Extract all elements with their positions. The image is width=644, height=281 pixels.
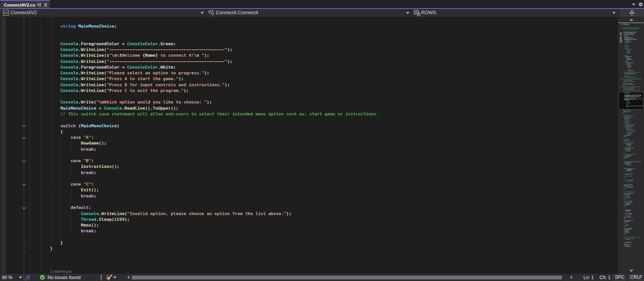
scroll-left-icon[interactable]: [127, 276, 130, 279]
code-line[interactable]: }: [30, 240, 379, 246]
code-line[interactable]: case "A":: [30, 135, 379, 140]
fold-chevron-icon[interactable]: [22, 136, 26, 140]
code-line[interactable]: [30, 117, 379, 123]
column-indicator[interactable]: Ch: 1: [600, 275, 611, 280]
minimap-row: [618, 169, 644, 169]
code-line[interactable]: MainMenuChoice = Console.ReadLine().ToUp…: [30, 105, 379, 111]
codelens-references[interactable]: 2 references: [50, 269, 72, 274]
code-line[interactable]: [30, 234, 379, 240]
zoom-control[interactable]: 90 %: [0, 274, 24, 281]
minimap-row: [618, 136, 644, 137]
code-editor[interactable]: string MainMenuChoice; Console.Foregroun…: [0, 17, 618, 274]
code-line[interactable]: {: [30, 129, 379, 135]
code-line[interactable]: break;: [30, 193, 379, 199]
minimap-row: [618, 42, 644, 43]
minimap-row: [618, 223, 644, 223]
minimap-row: [618, 218, 644, 219]
code-line[interactable]: [30, 152, 379, 158]
code-line[interactable]: break;: [30, 170, 379, 176]
code-line[interactable]: [30, 35, 379, 41]
outlining-margin-line: [24, 17, 24, 274]
close-tab-icon[interactable]: [43, 2, 48, 7]
code-line[interactable]: [30, 29, 379, 35]
insert-mode-indicator[interactable]: SPC: [613, 274, 626, 281]
code-line[interactable]: break;: [30, 228, 379, 234]
pin-icon[interactable]: [36, 2, 41, 7]
minimap-row: [618, 239, 644, 240]
minimap-row: [618, 59, 644, 60]
line-ending-indicator[interactable]: CRLF: [628, 274, 644, 281]
code-line[interactable]: Console.ForegroundColor = ConsoleColor.G…: [30, 41, 379, 47]
minimap-row: [618, 38, 644, 38]
code-line[interactable]: Console.WriteLine("Press C to exit the p…: [30, 88, 379, 94]
scroll-up-icon[interactable]: [629, 18, 634, 21]
minimap-row: [618, 204, 644, 204]
code-line[interactable]: Console.WriteLine("Press B for input con…: [30, 82, 379, 88]
code-line[interactable]: Console.ForegroundColor = ConsoleColor.W…: [30, 64, 379, 70]
issues-status-text[interactable]: No issues found: [48, 275, 80, 280]
chevron-down-icon: [612, 12, 616, 14]
horizontal-scrollbar-thumb[interactable]: [132, 276, 562, 279]
document-health-icon[interactable]: [25, 275, 31, 280]
project-dropdown-label: Connect4V2: [10, 10, 37, 15]
breakpoint-margin[interactable]: [1, 17, 6, 274]
statusbar-separator: [101, 274, 102, 280]
gear-icon[interactable]: [638, 2, 644, 7]
document-list-dropdown-icon[interactable]: [631, 3, 636, 6]
code-line[interactable]: Console.Write("\nWhich option would you …: [30, 99, 379, 105]
code-line[interactable]: NewGame();: [30, 140, 379, 146]
chevron-down-icon[interactable]: [113, 276, 117, 279]
line-indicator[interactable]: Ln: 1: [583, 275, 594, 280]
minimap-row: [618, 56, 644, 57]
minimap-row: [618, 150, 644, 150]
code-line[interactable]: [30, 199, 379, 205]
code-line[interactable]: [30, 176, 379, 181]
minimap-row: [618, 71, 644, 71]
fold-chevron-icon[interactable]: [22, 125, 26, 128]
code-line[interactable]: Console.WriteLine("Please select an opti…: [30, 70, 379, 76]
code-line[interactable]: Console.WriteLine("Invalid option, pleas…: [30, 211, 379, 217]
code-cleanup-broom-icon[interactable]: [106, 274, 113, 281]
minimap-row: [618, 133, 644, 133]
minimap-row: [618, 221, 644, 221]
minimap-viewport[interactable]: [618, 92, 644, 110]
code-line[interactable]: switch (MainMenuChoice): [30, 123, 379, 129]
split-editor-button[interactable]: [618, 9, 644, 17]
minimap-row: [618, 203, 644, 204]
code-line[interactable]: [30, 94, 379, 99]
scroll-right-icon[interactable]: [570, 276, 573, 279]
code-line[interactable]: Console.WriteLine("Press A to start the …: [30, 76, 379, 82]
minimap-row: [618, 156, 644, 156]
minimap-row: [618, 129, 644, 130]
minimap-row: [618, 157, 644, 158]
code-line[interactable]: Thread.Sleep(1500);: [30, 217, 379, 222]
code-line[interactable]: Console.WriteLine("---------------------…: [30, 47, 379, 53]
minimap-viewport-row: [619, 95, 643, 96]
minimap-row: [618, 115, 644, 115]
code-line[interactable]: break;: [30, 146, 379, 152]
minimap-scrollbar[interactable]: [618, 17, 644, 274]
minimap-row: [618, 81, 644, 82]
code-line[interactable]: Exit();: [30, 187, 379, 193]
code-line[interactable]: }: [30, 246, 379, 251]
minimap-row: [618, 49, 644, 49]
code-line[interactable]: Console.WriteLine($"\n\tWelcome {Name} t…: [30, 53, 379, 58]
fold-chevron-icon[interactable]: [22, 207, 26, 210]
code-line[interactable]: string MainMenuChoice;: [30, 23, 379, 29]
code-line[interactable]: case "C":: [30, 181, 379, 187]
fold-chevron-icon[interactable]: [22, 160, 26, 163]
code-line[interactable]: Console.WriteLine("---------------------…: [30, 59, 379, 64]
fold-chevron-icon[interactable]: [22, 183, 26, 186]
document-tab[interactable]: Connect4V2.cs: [0, 0, 50, 8]
minimap-row: [618, 165, 644, 165]
scroll-down-icon[interactable]: [629, 269, 634, 272]
minimap-row: [618, 53, 644, 53]
code-line[interactable]: default:: [30, 205, 379, 210]
code-line[interactable]: Instructions();: [30, 164, 379, 169]
no-issues-check-icon[interactable]: [40, 275, 45, 280]
code-line[interactable]: case "B":: [30, 158, 379, 164]
code-text[interactable]: string MainMenuChoice; Console.Foregroun…: [30, 23, 379, 251]
minimap-row: [618, 242, 644, 242]
code-line[interactable]: // This switch case statement will allow…: [30, 111, 379, 117]
code-line[interactable]: Menu();: [30, 222, 379, 228]
